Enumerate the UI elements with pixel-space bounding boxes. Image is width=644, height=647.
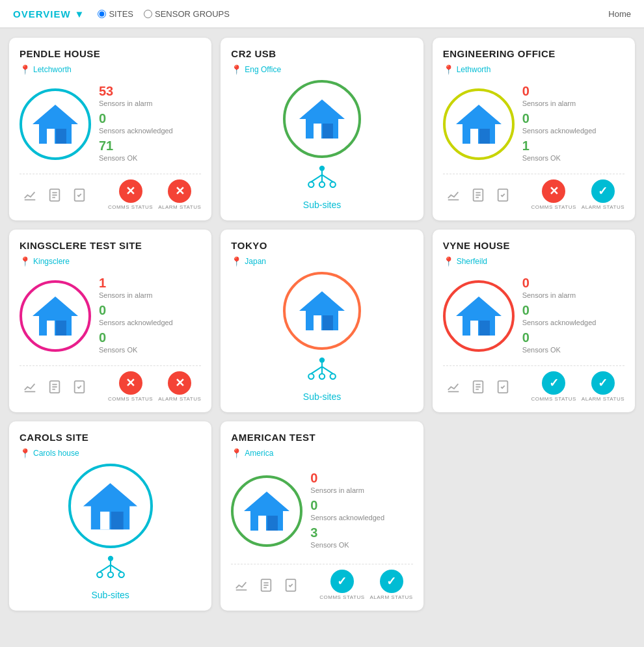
pendle-house-circle[interactable]: [20, 88, 91, 160]
vyne-house-circle[interactable]: [443, 280, 515, 352]
pendle-ok-label: Sensors OK: [99, 154, 173, 162]
kingsclere-comms-label: COMMS STATUS: [108, 396, 153, 402]
vyne-house-title: VYNE HOUSE: [443, 240, 624, 251]
american-ack-count: 0: [310, 498, 384, 512]
pendle-ok-count: 71: [99, 139, 173, 153]
pendle-house-title: PENDLE HOUSE: [20, 48, 201, 59]
cr2-usb-circle[interactable]: [283, 80, 361, 158]
sites-radio-label[interactable]: SITES: [98, 9, 133, 19]
pendle-comms-status[interactable]: ✕ COMMS STATUS: [108, 179, 153, 210]
overview-nav[interactable]: OVERVIEW ▼: [13, 8, 85, 20]
engineering-office-city: Lethworth: [457, 65, 491, 74]
subsites-label[interactable]: Sub-sites: [303, 391, 341, 402]
eng-comms-status[interactable]: ✕ COMMS STATUS: [531, 179, 576, 210]
card-kingsclere: KINGSCLERE TEST SITE 📍 Kingsclere 1 Sens…: [9, 230, 211, 412]
dropdown-arrow[interactable]: ▼: [75, 8, 85, 20]
american-comms-circle[interactable]: ✓: [330, 570, 354, 593]
house-icon: [79, 475, 141, 537]
vyne-ack-label: Sensors acknowledged: [522, 319, 597, 326]
subsites-network-icon[interactable]: [306, 163, 338, 194]
kingsclere-stats: 1 Sensors in alarm 0 Sensors acknowledge…: [99, 276, 173, 356]
sites-label: SITES: [109, 9, 133, 19]
american-alarm-status[interactable]: ✓ ALARM STATUS: [370, 570, 413, 600]
american-alarm-count: 0: [310, 471, 384, 485]
chart-icon[interactable]: [443, 185, 464, 205]
cr2-usb-city: Eng Office: [245, 65, 281, 74]
tokyo-circle[interactable]: [283, 272, 361, 350]
american-test-circle[interactable]: [231, 475, 302, 547]
edit-icon[interactable]: [492, 185, 513, 205]
svg-rect-29: [47, 321, 55, 336]
eng-alarm-status[interactable]: ✓ ALARM STATUS: [582, 179, 624, 210]
report-icon[interactable]: [44, 376, 65, 397]
pendle-alarm-label: Sensors in alarm: [99, 99, 173, 107]
home-link[interactable]: Home: [608, 9, 631, 19]
card-vyne-house: VYNE HOUSE 📍 Sherfeild 0 Sensors in alar…: [433, 230, 635, 412]
american-status-buttons: ✓ COMMS STATUS ✓ ALARM STATUS: [319, 570, 412, 600]
vyne-alarm-status[interactable]: ✓ ALARM STATUS: [582, 371, 624, 402]
engineering-office-circle[interactable]: [443, 88, 515, 160]
kingsclere-alarm-status[interactable]: ✕ ALARM STATUS: [158, 371, 201, 402]
tokyo-location: 📍 Japan: [231, 256, 412, 267]
house-icon: [29, 290, 81, 342]
header-navigation: SITES SENSOR GROUPS: [98, 9, 229, 19]
svg-point-12: [319, 166, 325, 171]
chart-icon[interactable]: [443, 376, 464, 397]
chart-icon[interactable]: [20, 185, 40, 205]
pendle-house-footer: ✕ COMMS STATUS ✕ ALARM STATUS: [20, 174, 201, 210]
vyne-ok-label: Sensors OK: [522, 346, 597, 354]
sensor-groups-radio[interactable]: [144, 10, 152, 18]
svg-rect-10: [314, 124, 321, 139]
svg-rect-2: [56, 129, 66, 144]
pendle-alarm-status[interactable]: ✕ ALARM STATUS: [158, 179, 201, 210]
eng-alarm-circle[interactable]: ✓: [591, 179, 615, 203]
eng-alarm-label-btn: ALARM STATUS: [582, 204, 624, 210]
kingsclere-location: 📍 Kingsclere: [20, 256, 201, 267]
eng-ok-count: 1: [522, 139, 597, 153]
chart-icon[interactable]: [20, 376, 40, 397]
american-footer-icons: [231, 575, 301, 596]
kingsclere-alarm-label: Sensors in alarm: [99, 291, 173, 299]
sites-radio[interactable]: [98, 10, 106, 18]
house-icon: [296, 93, 348, 145]
edit-icon[interactable]: [280, 575, 301, 596]
svg-rect-30: [56, 321, 66, 336]
report-icon[interactable]: [256, 575, 276, 596]
svg-point-60: [97, 572, 102, 577]
location-pin-icon: 📍: [231, 448, 242, 458]
eng-comms-circle[interactable]: ✕: [542, 179, 565, 203]
svg-rect-57: [100, 511, 109, 529]
edit-icon[interactable]: [69, 185, 90, 205]
kingsclere-circle[interactable]: [20, 280, 91, 352]
subsites-network-icon[interactable]: [306, 355, 338, 386]
vyne-house-stats: 0 Sensors in alarm 0 Sensors acknowledge…: [522, 276, 597, 356]
sensor-groups-radio-label[interactable]: SENSOR GROUPS: [144, 9, 230, 19]
pendle-status-buttons: ✕ COMMS STATUS ✕ ALARM STATUS: [108, 179, 201, 210]
kingsclere-alarm-circle[interactable]: ✕: [168, 371, 191, 395]
american-comms-status[interactable]: ✓ COMMS STATUS: [319, 570, 364, 600]
pendle-house-location: 📍 Letchworth: [20, 64, 201, 75]
subsites-label[interactable]: Sub-sites: [91, 590, 129, 600]
vyne-alarm-circle[interactable]: ✓: [591, 371, 615, 395]
american-alarm-circle[interactable]: ✓: [380, 570, 403, 593]
subsites-network-icon[interactable]: [94, 553, 127, 585]
vyne-alarm-label-btn: ALARM STATUS: [582, 396, 624, 402]
carols-circle[interactable]: [68, 464, 153, 548]
report-icon[interactable]: [44, 185, 65, 205]
vyne-comms-circle[interactable]: ✓: [542, 371, 565, 395]
eng-ack-count: 0: [522, 111, 597, 125]
vyne-comms-status[interactable]: ✓ COMMS STATUS: [531, 371, 576, 402]
edit-icon[interactable]: [69, 376, 90, 397]
subsites-label[interactable]: Sub-sites: [303, 200, 341, 210]
svg-rect-49: [479, 321, 490, 336]
location-pin-icon: 📍: [231, 256, 242, 267]
pendle-alarm-circle[interactable]: ✕: [168, 179, 191, 203]
report-icon[interactable]: [468, 376, 489, 397]
kingsclere-comms-status[interactable]: ✕ COMMS STATUS: [108, 371, 153, 402]
edit-icon[interactable]: [492, 376, 513, 397]
kingsclere-ack-count: 0: [99, 303, 173, 317]
pendle-comms-circle[interactable]: ✕: [119, 179, 142, 203]
kingsclere-comms-circle[interactable]: ✕: [119, 371, 142, 395]
report-icon[interactable]: [468, 185, 489, 205]
chart-icon[interactable]: [231, 575, 252, 596]
